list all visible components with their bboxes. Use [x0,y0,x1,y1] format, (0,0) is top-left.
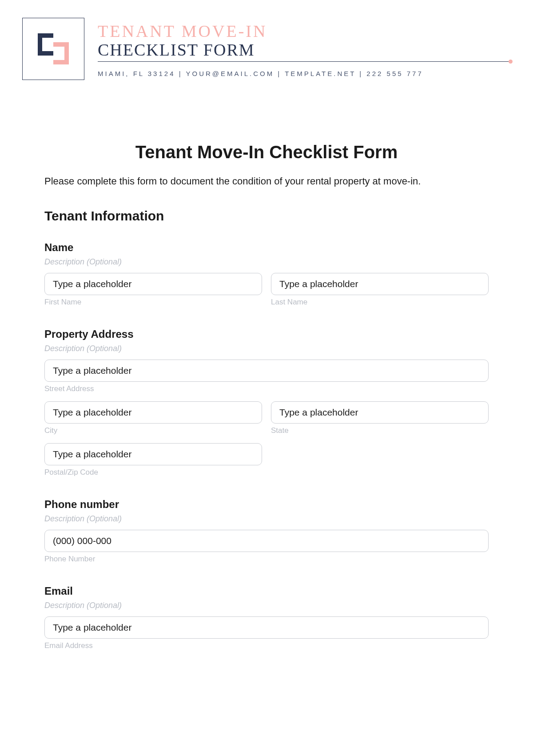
address-description: Description (Optional) [44,344,489,353]
first-name-sublabel: First Name [44,298,262,307]
field-email: Email Description (Optional) Email Addre… [44,585,489,650]
city-input[interactable] [44,401,262,424]
section-tenant-info-title: Tenant Information [44,208,489,224]
form-body: Tenant Move-In Checklist Form Please com… [0,89,533,650]
header-title-line1: TENANT MOVE-IN [98,21,511,41]
city-sublabel: City [44,426,262,435]
email-label: Email [44,585,489,597]
field-phone: Phone number Description (Optional) Phon… [44,498,489,564]
postal-code-input[interactable] [44,443,262,465]
last-name-sublabel: Last Name [271,298,489,307]
phone-sublabel: Phone Number [44,555,489,564]
state-sublabel: State [271,426,489,435]
logo-bracket-dark [38,33,53,56]
street-address-input[interactable] [44,360,489,382]
first-name-input[interactable] [44,273,262,295]
name-label: Name [44,241,489,254]
header-text-block: TENANT MOVE-IN CHECKLIST FORM MIAMI, FL … [98,18,511,77]
phone-label: Phone number [44,498,489,511]
email-description: Description (Optional) [44,601,489,610]
last-name-input[interactable] [271,273,489,295]
form-intro: Please complete this form to document th… [44,176,489,187]
phone-description: Description (Optional) [44,514,489,524]
state-input[interactable] [271,401,489,424]
street-address-sublabel: Street Address [44,384,489,393]
logo [22,18,84,80]
logo-bracket-pink [53,42,69,64]
header-contact-line: MIAMI, FL 33124 | YOUR@EMAIL.COM | TEMPL… [98,70,511,77]
field-name: Name Description (Optional) First Name L… [44,241,489,307]
address-label: Property Address [44,328,489,340]
postal-code-sublabel: Postal/Zip Code [44,468,262,477]
email-input[interactable] [44,616,489,639]
field-property-address: Property Address Description (Optional) … [44,328,489,477]
header-title-line2: CHECKLIST FORM [98,40,511,60]
document-header: TENANT MOVE-IN CHECKLIST FORM MIAMI, FL … [0,0,533,89]
header-divider [98,61,511,62]
form-title: Tenant Move-In Checklist Form [44,142,489,162]
phone-input[interactable] [44,530,489,552]
email-sublabel: Email Address [44,641,489,650]
name-description: Description (Optional) [44,257,489,267]
